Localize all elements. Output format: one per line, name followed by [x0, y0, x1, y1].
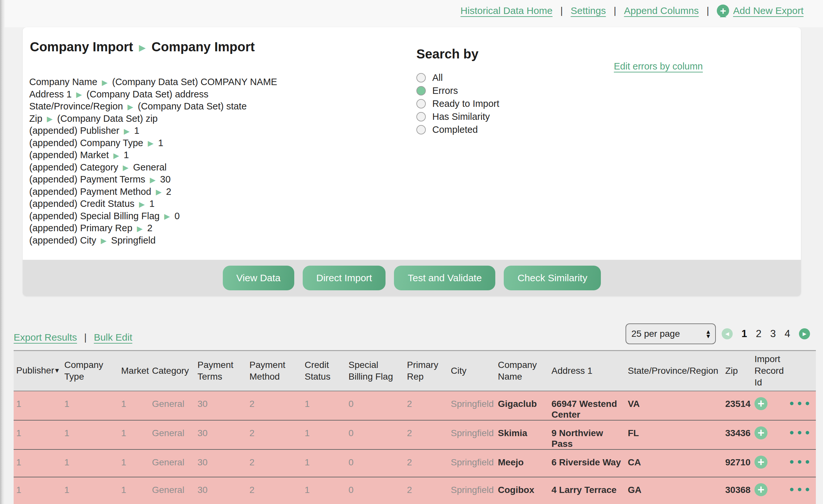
cell-category: General	[149, 391, 195, 420]
view-data-button[interactable]: View Data	[223, 266, 294, 290]
mapping-arrow-icon: ▶	[113, 151, 119, 160]
radio-label-all: All	[432, 72, 443, 83]
page-number-1[interactable]: 1	[742, 328, 747, 340]
radio-option-errors[interactable]: Errors	[417, 84, 499, 97]
add-new-export-link[interactable]: + Add New Export	[717, 5, 804, 17]
column-header-publisher[interactable]: Publisher▾	[14, 351, 62, 391]
import-title-right: Company Import	[152, 40, 255, 54]
column-header-label: Address 1	[551, 366, 593, 376]
mapping-arrow-icon: ▶	[148, 139, 154, 147]
radio-option-ready-to-import[interactable]: Ready to Import	[417, 97, 499, 110]
mapping-arrow-icon: ▶	[156, 188, 162, 196]
add-record-button[interactable]: +	[755, 456, 768, 469]
cell-company-name: Gigaclub	[495, 391, 549, 420]
mapping-target: (Company Data Set) zip	[57, 113, 158, 124]
row-actions-button[interactable]: •••	[789, 428, 812, 439]
column-header-category: Category	[149, 351, 195, 391]
column-header-payment-method: Payment Method	[247, 351, 302, 391]
column-header-primary-rep: Primary Rep	[404, 351, 448, 391]
cell-company-type: 1	[62, 391, 119, 420]
cell-payment-terms: 30	[195, 477, 247, 504]
column-header-city: City	[448, 351, 495, 391]
mapping-source: (appended) Credit Status	[29, 198, 135, 209]
add-record-button[interactable]: +	[755, 427, 768, 440]
row-actions-button[interactable]: •••	[789, 457, 812, 468]
cell-payment-method: 2	[247, 420, 302, 450]
add-record-button[interactable]: +	[755, 397, 768, 410]
column-header-actions	[786, 351, 816, 391]
cell-primary-rep: 2	[404, 391, 448, 420]
page-number-2[interactable]: 2	[756, 328, 761, 340]
cell-payment-terms: 30	[195, 420, 247, 450]
next-page-button[interactable]: ▶	[799, 328, 810, 339]
cell-payment-method: 2	[247, 477, 302, 504]
mapping-arrow-icon: ▶	[164, 212, 170, 220]
direct-import-button[interactable]: Direct Import	[303, 266, 386, 290]
cell-address-1: 6 Riverside Way	[549, 450, 625, 477]
nav-separator: |	[614, 5, 616, 16]
mapping-target: (Company Data Set) address	[87, 89, 208, 100]
cell-publisher: 1	[14, 450, 62, 477]
cell-address-1: 4 Larry Terrace	[549, 477, 625, 504]
cell-import-record-id: +	[752, 450, 786, 477]
radio-button-completed	[417, 125, 426, 135]
mapping-row: Address 1▶(Company Data Set) address	[29, 88, 277, 101]
test-and-validate-button[interactable]: Test and Validate	[394, 266, 495, 290]
mapping-row: (appended) Special Billing Flag▶0	[29, 210, 277, 222]
cell-primary-rep: 2	[404, 420, 448, 450]
edit-errors-by-column-link[interactable]: Edit errors by column	[614, 61, 703, 72]
add-new-export-label: Add New Export	[733, 5, 804, 16]
add-record-button[interactable]: +	[755, 483, 768, 496]
column-header-special-billing-flag: Special Billing Flag	[346, 351, 404, 391]
cell-market: 1	[119, 450, 149, 477]
import-title-left: Company Import	[30, 40, 133, 54]
nav-link-append-columns[interactable]: Append Columns	[624, 5, 699, 16]
column-header-label: Category	[152, 366, 189, 376]
page-number-4[interactable]: 4	[785, 328, 790, 340]
cell-address-1: 66947 Westend Center	[549, 391, 625, 420]
row-actions-button[interactable]: •••	[789, 484, 812, 496]
cell-market: 1	[119, 391, 149, 420]
bulk-edit-link[interactable]: Bulk Edit	[94, 332, 132, 343]
plus-icon: +	[758, 428, 764, 438]
mapping-row: (appended) Payment Method▶2	[29, 186, 277, 198]
mapping-row: (appended) City▶Springfield	[29, 234, 277, 247]
cell-city: Springfield	[448, 420, 495, 450]
check-similarity-button[interactable]: Check Similarity	[504, 266, 601, 290]
top-navigation: Historical Data Home|Settings|Append Col…	[461, 5, 804, 17]
column-header-label: Import Record Id	[755, 354, 784, 387]
cell-company-type: 1	[62, 477, 119, 504]
plus-icon: +	[758, 457, 764, 467]
mapping-target: 1	[134, 125, 139, 136]
mapping-arrow-icon: ▶	[150, 176, 156, 184]
row-actions-button[interactable]: •••	[789, 398, 812, 409]
page-number-3[interactable]: 3	[770, 328, 776, 340]
mapping-row: State/Province/Region▶(Company Data Set)…	[29, 100, 277, 113]
select-arrows-icon: ▲ ▼	[706, 330, 710, 338]
radio-option-has-similarity[interactable]: Has Similarity	[417, 110, 499, 123]
cell-payment-terms: 30	[195, 391, 247, 420]
export-results-link[interactable]: Export Results	[14, 332, 77, 343]
mapping-target: 1	[158, 138, 163, 148]
results-table: Publisher▾Company TypeMarketCategoryPaym…	[14, 350, 816, 504]
column-header-label: Payment Method	[250, 360, 286, 381]
import-panel-body: Company Import ▶ Company Import Company …	[23, 27, 801, 260]
cell-special-billing-flag: 0	[346, 420, 404, 450]
app-window: Historical Data Home|Settings|Append Col…	[0, 0, 823, 504]
cell-primary-rep: 2	[404, 477, 448, 504]
per-page-select[interactable]: 25 per page ▲ ▼	[626, 323, 716, 344]
radio-label-ready-to-import: Ready to Import	[432, 99, 499, 109]
column-header-label: Special Billing Flag	[348, 360, 393, 381]
radio-option-completed[interactable]: Completed	[417, 123, 499, 136]
cell-market: 1	[119, 420, 149, 450]
cell-address-1: 9 Northview Pass	[549, 420, 625, 450]
cell-special-billing-flag: 0	[346, 450, 404, 477]
nav-link-settings[interactable]: Settings	[570, 5, 606, 16]
prev-page-button[interactable]: ◀	[722, 328, 733, 339]
column-header-label: Publisher	[16, 365, 54, 375]
cell-city: Springfield	[448, 391, 495, 420]
radio-button-has-similarity	[417, 112, 426, 122]
nav-link-historical-data-home[interactable]: Historical Data Home	[461, 5, 552, 16]
radio-option-all[interactable]: All	[417, 71, 499, 84]
mapping-source: (appended) Special Billing Flag	[29, 211, 159, 221]
